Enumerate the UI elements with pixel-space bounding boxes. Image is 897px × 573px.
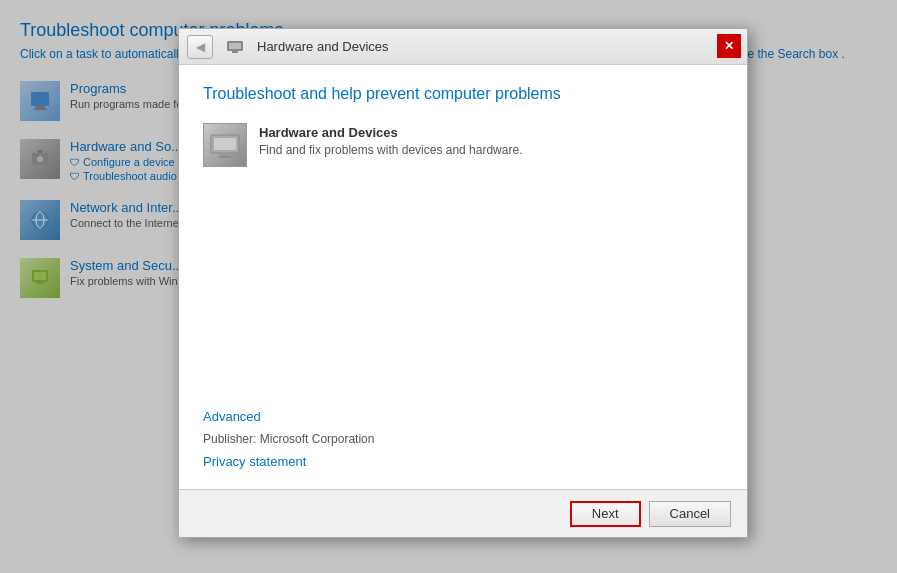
troubleshooter-item-icon [203, 123, 247, 167]
privacy-statement-link[interactable]: Privacy statement [203, 454, 306, 469]
troubleshooter-title: Hardware and Devices [259, 125, 522, 140]
titlebar-nav: ◀ Hardware and Devices [187, 35, 389, 59]
publisher-row: Publisher: Microsoft Corporation [203, 432, 723, 446]
modal-title: Hardware and Devices [257, 39, 389, 54]
next-button[interactable]: Next [570, 501, 641, 527]
modal-body: Troubleshoot and help prevent computer p… [179, 65, 747, 407]
modal-heading: Troubleshoot and help prevent computer p… [203, 85, 723, 103]
troubleshooter-item-text: Hardware and Devices Find and fix proble… [259, 123, 522, 157]
troubleshooter-desc: Find and fix problems with devices and h… [259, 143, 522, 157]
advanced-link[interactable]: Advanced [203, 409, 261, 424]
modal-links: Advanced Publisher: Microsoft Corporatio… [179, 407, 747, 489]
hardware-devices-icon [225, 37, 245, 57]
svg-rect-14 [232, 51, 238, 53]
svg-rect-13 [229, 43, 241, 49]
modal-footer: Next Cancel [179, 489, 747, 537]
modal-dialog: ◀ Hardware and Devices ✕ Troubleshoot an… [178, 28, 748, 538]
cancel-button[interactable]: Cancel [649, 501, 731, 527]
close-button[interactable]: ✕ [717, 34, 741, 58]
svg-rect-18 [219, 156, 231, 158]
back-button[interactable]: ◀ [187, 35, 213, 59]
svg-rect-16 [214, 138, 236, 150]
svg-rect-17 [221, 153, 229, 156]
troubleshooter-item: Hardware and Devices Find and fix proble… [203, 123, 723, 167]
modal-titlebar: ◀ Hardware and Devices ✕ [179, 29, 747, 65]
